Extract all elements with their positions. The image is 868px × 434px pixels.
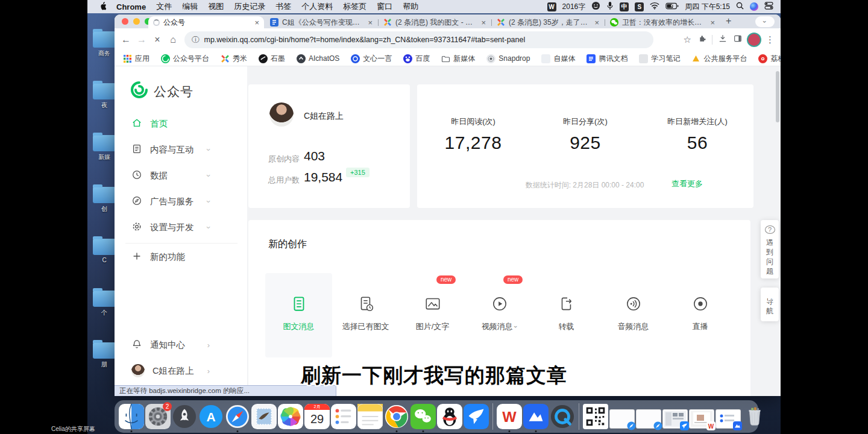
tencent-meeting-icon[interactable] [523,404,549,429]
bookmark-snapdrop[interactable]: Snapdrop [486,54,530,63]
dingtalk-icon[interactable] [464,404,489,429]
close-tab-icon[interactable]: × [710,18,715,27]
create-video-item[interactable]: new 视频消息 › [466,273,533,357]
launchpad-icon[interactable] [172,404,197,429]
spotlight-search-icon[interactable] [736,2,744,11]
close-window-button[interactable] [122,18,128,25]
stat-shares[interactable]: 昨日分享(次) 925 [529,116,641,153]
tab-doc[interactable]: C姐《公众号写作变现课》 × [265,16,377,28]
browser-profile-avatar[interactable] [748,34,760,46]
choose-existing-item[interactable]: 选择已有图文 [332,273,399,357]
minimized-meeting-window[interactable] [715,409,741,429]
app-store-icon[interactable]: A [198,404,224,429]
original-content-value[interactable]: 403 [304,149,325,163]
qr-code-file-icon[interactable] [583,404,608,429]
qq-icon[interactable] [437,404,462,429]
url-text[interactable]: mp.weixin.qq.com/cgi-bin/home?t=home/ind… [204,36,526,44]
menubar-item-help[interactable]: 帮助 [403,1,418,12]
mail-icon[interactable] [251,404,277,429]
sidebar-item-ads[interactable]: 广告与服务 › [131,195,210,208]
menubar-item-profiles[interactable]: 个人资料 [301,1,333,12]
bookmark-aichatos[interactable]: AIchatOS [297,54,339,63]
sidebar-item-notifications[interactable]: 通知中心 › [131,338,210,351]
minimized-dingtalk-window[interactable] [662,409,688,429]
bookmark-star-icon[interactable]: ☆ [684,34,691,45]
bookmark-apps[interactable]: 应用 [123,54,149,64]
battery-icon[interactable] [665,2,679,11]
clock-status[interactable]: 周四 下午5:15 [685,2,730,12]
create-news-item[interactable]: 图文消息 [265,273,332,357]
system-settings-icon[interactable]: 2 [145,404,171,429]
page-scrollbar[interactable] [776,71,779,122]
notes-icon[interactable] [357,404,383,429]
menubar-item-window[interactable]: 窗口 [377,1,392,12]
total-users-value[interactable]: 19,584 [304,170,342,184]
control-center-icon[interactable] [764,2,773,11]
stat-reads[interactable]: 昨日阅读(次) 17,278 [417,116,529,153]
chrome-icon[interactable] [384,404,409,429]
tab-search-menu[interactable]: › [755,16,775,27]
bookmark-shimo[interactable]: 石墨 [259,54,285,64]
sidebar-item-home[interactable]: 首页 [131,117,210,130]
address-bar[interactable]: ⓘ mp.weixin.qq.com/cgi-bin/home?t=home/i… [184,31,653,48]
wifi-icon[interactable] [650,2,659,11]
site-info-icon[interactable]: ⓘ [192,35,200,45]
close-tab-icon[interactable]: × [254,18,259,27]
safari-icon[interactable] [225,404,250,429]
new-tab-button[interactable]: + [726,16,731,27]
sidebar-item-data[interactable]: 数据 › [131,169,210,182]
help-float-button[interactable]: ? 遇到问题 [761,220,779,278]
create-live-item[interactable]: 直播 [667,273,734,357]
menubar-item-edit[interactable]: 编辑 [182,1,198,12]
sidebar-item-settings[interactable]: 设置与开发 › [131,221,210,234]
wps-status-icon[interactable]: W [547,2,556,11]
sidebar-item-content[interactable]: 内容与互动 › [131,143,210,156]
stat-new-followers[interactable]: 昨日新增关注(人) 56 [641,116,753,153]
create-image-text-item[interactable]: new 图片/文字 [399,273,466,357]
menubar-item-file[interactable]: 文件 [156,1,172,12]
menubar-item-history[interactable]: 历史记录 [234,1,265,12]
close-tab-icon[interactable]: × [481,18,486,27]
nav-float-button[interactable]: 导航 [761,288,779,321]
photos-icon[interactable] [278,404,303,429]
sidebar-item-new-features[interactable]: 新的功能 [131,250,210,263]
forward-button[interactable]: → [134,34,149,45]
apple-menu-icon[interactable] [98,1,106,12]
minimized-safari-window[interactable] [636,409,661,429]
menubar-app-name[interactable]: Chrome [116,2,146,11]
wechat-icon[interactable] [410,404,436,429]
bookmark-public-service[interactable]: 公共服务平台 [691,54,747,64]
browser-menu-icon[interactable]: ⋮ [766,34,775,45]
create-repost-item[interactable]: 转载 [533,273,600,357]
tab-xiumi-2[interactable]: (2 条消息) 35岁，走了10年弯 × [492,16,604,28]
tab-mp-weixin[interactable]: 公众号 × [148,16,264,28]
microphone-icon[interactable] [606,1,614,12]
bookmark-folder-selfmedia[interactable]: 自媒体 [541,54,575,64]
calendar-icon[interactable]: 2月29 [304,404,330,429]
bookmark-lizhi[interactable]: 荔枝微课 [758,54,781,64]
extensions-icon[interactable] [697,34,706,46]
close-tab-icon[interactable]: × [368,18,373,27]
tab-xiumi-1[interactable]: (2 条消息) 我的图文 - 秀米XIU × [379,16,491,28]
menubar-item-view[interactable]: 视图 [208,1,224,12]
trash-icon[interactable] [742,404,767,429]
minimized-wps-window[interactable]: W [689,409,714,429]
reminders-icon[interactable] [331,404,356,429]
home-button[interactable]: ⌂ [165,34,181,45]
menubar-item-bookmarks[interactable]: 书签 [275,1,291,12]
downloads-icon[interactable] [718,34,728,46]
sogou-input-icon[interactable]: S [635,2,644,11]
finder-icon[interactable] [119,404,144,429]
stop-loading-button[interactable]: × [149,34,165,45]
view-more-link[interactable]: 查看更多 [659,178,715,189]
back-button[interactable]: ← [118,34,134,45]
wps-icon[interactable]: W [497,404,522,429]
bookmark-xiumi[interactable]: 秀米 [221,54,247,64]
profile-avatar[interactable] [269,102,294,127]
minimized-safari-window[interactable] [609,409,635,429]
minimize-window-button[interactable] [133,18,140,25]
close-tab-icon[interactable]: × [594,18,599,27]
input-method-icon[interactable]: 中 [620,2,629,11]
bookmark-folder-newmedia[interactable]: 新媒体 [441,54,475,64]
quicktime-icon[interactable] [550,404,575,429]
